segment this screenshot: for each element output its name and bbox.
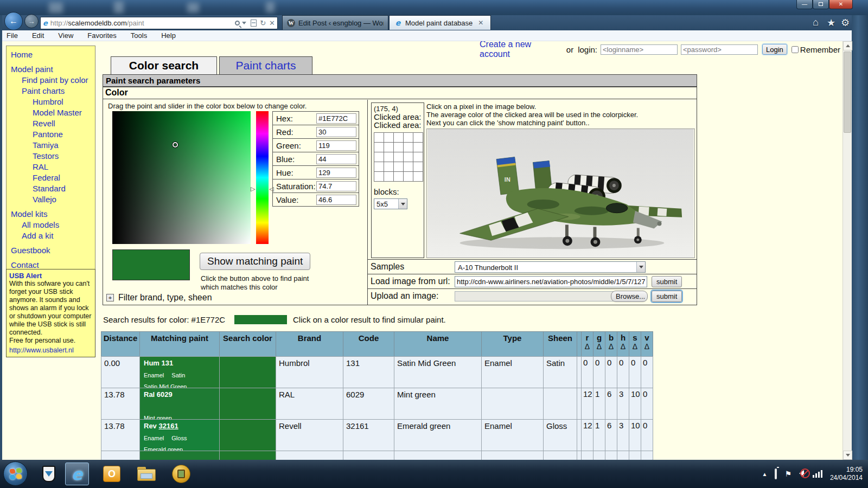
- sidebar-item-all-models[interactable]: All models: [22, 220, 59, 229]
- usb-alert-taskbar-icon[interactable]: [37, 463, 61, 485]
- clicked-area-grid: [374, 132, 423, 182]
- load-url-submit-button[interactable]: submit: [652, 276, 682, 287]
- compatibility-view-icon[interactable]: [251, 20, 257, 27]
- home-icon[interactable]: ⌂: [813, 17, 819, 28]
- scrollbar-thumb[interactable]: [844, 52, 851, 133]
- sample-photo-a10-model[interactable]: IN: [426, 129, 695, 258]
- value-input[interactable]: [316, 195, 356, 205]
- tab-wordpress[interactable]: W Edit Post ‹ esngblog — WordPr...: [282, 15, 388, 30]
- cell-search-color[interactable]: [219, 356, 276, 388]
- network-signal-icon[interactable]: [812, 470, 822, 478]
- tab-paint-charts[interactable]: Paint charts: [219, 56, 312, 74]
- outlook-taskbar-icon[interactable]: O: [100, 463, 124, 485]
- hidden-icons-arrow[interactable]: ▲: [762, 471, 767, 477]
- image-url-input[interactable]: [455, 276, 647, 287]
- tab-color-search[interactable]: Color search: [111, 56, 217, 74]
- red-input[interactable]: [316, 127, 356, 137]
- sidebar-item-guestbook[interactable]: Guestbook: [11, 246, 50, 255]
- forward-button[interactable]: →: [24, 14, 39, 28]
- cell-matching-paint[interactable]: [139, 451, 220, 460]
- refresh-icon[interactable]: ↻: [260, 20, 266, 27]
- maximize-button[interactable]: [813, 0, 829, 9]
- ad-link[interactable]: http://www.usbalert.nl: [9, 346, 74, 354]
- start-button[interactable]: [3, 461, 28, 486]
- sidebar-item-vallejo[interactable]: Vallejo: [33, 195, 56, 204]
- search-dropdown-icon[interactable]: [242, 22, 246, 24]
- upload-file-field[interactable]: [455, 291, 617, 301]
- minimize-button[interactable]: —: [796, 0, 813, 9]
- sidebar-item-paint-charts[interactable]: Paint charts: [22, 86, 65, 95]
- scroll-up-button[interactable]: [843, 41, 852, 50]
- sidebar-item-testors[interactable]: Testors: [33, 151, 59, 160]
- tab-close-icon[interactable]: ✕: [478, 19, 483, 27]
- close-button[interactable]: ✕: [829, 0, 853, 9]
- loginname-field[interactable]: [601, 44, 678, 55]
- page-scrollbar[interactable]: [843, 41, 852, 460]
- remember-checkbox[interactable]: [792, 46, 799, 53]
- sidebar-item-contact[interactable]: Contact: [11, 260, 39, 269]
- muted-speaker-icon[interactable]: [799, 470, 804, 478]
- green-input[interactable]: [316, 140, 356, 151]
- sidebar-item-find-paint-by-color[interactable]: Find paint by color: [22, 75, 88, 85]
- create-account-link[interactable]: Create a new account: [480, 41, 562, 59]
- filter-expand-button[interactable]: +: [106, 294, 114, 301]
- sidebar-item-revell[interactable]: Revell: [33, 119, 55, 128]
- explorer-taskbar-icon[interactable]: [135, 463, 158, 485]
- cell-search-color[interactable]: [219, 388, 276, 420]
- menu-view[interactable]: View: [58, 31, 73, 40]
- samples-dropdown[interactable]: A-10 Thunderbolt II: [455, 261, 646, 273]
- cell-matching-paint[interactable]: Ral 6029 Mint green: [139, 388, 220, 420]
- saturation-input[interactable]: [316, 181, 356, 191]
- sidebar-item-federal-standard[interactable]: Federal Standard: [33, 173, 66, 193]
- address-url[interactable]: http://scalemodeldb.com/paint: [50, 19, 231, 27]
- sidebar-item-model-paint[interactable]: Model paint: [11, 65, 53, 74]
- login-button[interactable]: Login: [762, 44, 787, 55]
- sidebar-item-pantone[interactable]: Pantone: [33, 130, 63, 139]
- cell-matching-paint[interactable]: Hum 131 EnamelSatin Satin Mid Green: [139, 356, 220, 388]
- show-matching-paint-button[interactable]: Show matching paint: [200, 253, 310, 270]
- sidebar-item-model-master[interactable]: Model Master: [33, 108, 82, 117]
- window-titlebar[interactable]: — ✕: [0, 0, 868, 15]
- menu-edit[interactable]: Edit: [32, 31, 44, 40]
- hue-marker-left-icon[interactable]: ▷: [251, 185, 255, 192]
- sidebar-item-tamiya[interactable]: Tamiya: [33, 140, 59, 150]
- dropdown-button[interactable]: [636, 262, 645, 272]
- menu-help[interactable]: Help: [161, 31, 176, 40]
- sidebar-item-humbrol[interactable]: Humbrol: [33, 97, 63, 106]
- browse-button[interactable]: Browse...: [611, 291, 648, 302]
- sidebar-item-ral[interactable]: RAL: [33, 162, 48, 171]
- dropdown-button[interactable]: [398, 199, 407, 209]
- tools-gear-icon[interactable]: ⚙: [841, 17, 850, 29]
- internet-explorer-taskbar-icon[interactable]: e: [65, 463, 89, 485]
- back-button[interactable]: ←: [4, 12, 23, 30]
- upload-submit-button[interactable]: submit: [652, 291, 682, 302]
- hue-slider[interactable]: [256, 111, 269, 244]
- app-taskbar-icon[interactable]: [169, 463, 193, 485]
- sidebar-item-add-a-kit[interactable]: Add a kit: [22, 231, 53, 240]
- color-picker-marker[interactable]: [173, 142, 178, 147]
- cell-matching-paint[interactable]: Rev 32161 EnamelGloss Emerald green: [139, 419, 220, 451]
- tab-model-paint-database[interactable]: e Model paint database ✕: [389, 15, 491, 30]
- menu-favorites[interactable]: Favorites: [87, 31, 116, 40]
- color-picker-area[interactable]: [112, 111, 251, 244]
- menu-file[interactable]: File: [7, 31, 18, 40]
- address-bar[interactable]: e http://scalemodeldb.com/paint ↻ ✕: [40, 17, 278, 29]
- battery-icon[interactable]: [775, 470, 777, 478]
- password-field[interactable]: [681, 44, 758, 55]
- action-center-flag-icon[interactable]: ⚑: [784, 470, 792, 478]
- blocks-dropdown[interactable]: 5x5: [374, 198, 407, 209]
- favorites-star-icon[interactable]: ★: [827, 17, 835, 29]
- hue-input[interactable]: [316, 168, 356, 178]
- menu-tools[interactable]: Tools: [131, 31, 147, 40]
- stop-icon[interactable]: ✕: [269, 20, 275, 27]
- header-name: Name: [394, 331, 482, 357]
- sidebar-item-home[interactable]: Home: [11, 50, 33, 59]
- search-icon[interactable]: [235, 21, 240, 25]
- taskbar-clock[interactable]: 19:05 24/04/2014: [830, 466, 863, 482]
- cell-search-color[interactable]: [219, 451, 276, 460]
- scroll-down-button[interactable]: [843, 451, 852, 460]
- hex-input[interactable]: [316, 113, 356, 124]
- sidebar-item-model-kits[interactable]: Model kits: [11, 209, 48, 219]
- cell-search-color[interactable]: [219, 419, 276, 451]
- blue-input[interactable]: [316, 154, 356, 164]
